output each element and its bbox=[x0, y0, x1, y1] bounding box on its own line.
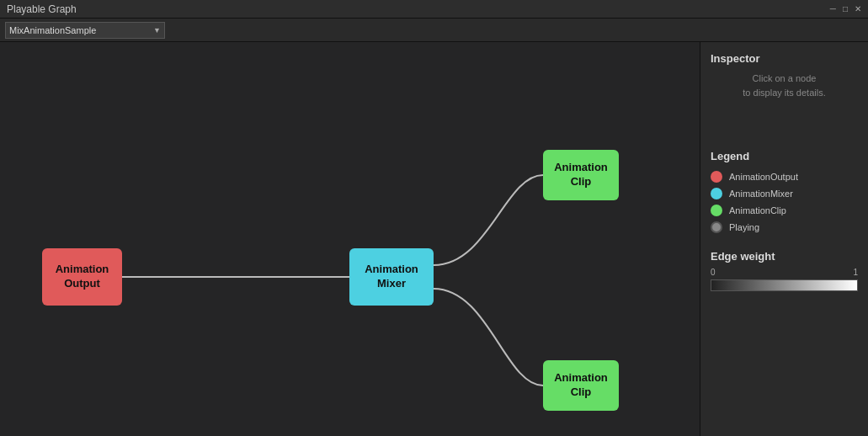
dropdown-value: MixAnimationSample bbox=[9, 25, 96, 35]
legend-title: Legend bbox=[711, 150, 858, 162]
maximize-button[interactable]: □ bbox=[843, 4, 848, 13]
legend-item-playing: Playing bbox=[711, 221, 858, 233]
legend-label-output: AnimationOutput bbox=[729, 172, 798, 182]
graph-canvas: AnimationOutput AnimationMixer Animation… bbox=[0, 42, 700, 436]
graph-selector-dropdown[interactable]: MixAnimationSample ▼ bbox=[5, 22, 165, 39]
edge-weight-section: Edge weight 0 1 bbox=[711, 250, 858, 291]
title-bar: Playable Graph ─ □ ✕ bbox=[0, 0, 868, 19]
legend-dot-clip bbox=[711, 205, 722, 216]
legend-label-mixer: AnimationMixer bbox=[729, 189, 793, 199]
app-title: Playable Graph bbox=[7, 3, 77, 15]
minimize-button[interactable]: ─ bbox=[830, 4, 836, 13]
edge-weight-min: 0 bbox=[711, 268, 716, 277]
edge-weight-title: Edge weight bbox=[711, 250, 858, 263]
inspector-hint-line2: to display its details. bbox=[743, 88, 825, 98]
animation-clip-bottom-node[interactable]: AnimationClip bbox=[543, 360, 619, 411]
inspector-hint-line1: Click on a node bbox=[753, 73, 817, 83]
animation-clip-top-label: AnimationClip bbox=[554, 161, 608, 189]
legend-label-clip: AnimationClip bbox=[729, 205, 786, 215]
legend-item-mixer: AnimationMixer bbox=[711, 188, 858, 199]
animation-clip-top-node[interactable]: AnimationClip bbox=[543, 150, 619, 200]
animation-mixer-node[interactable]: AnimationMixer bbox=[349, 248, 434, 306]
inspector-panel: Inspector Click on a node to display its… bbox=[700, 42, 868, 436]
toolbar: MixAnimationSample ▼ bbox=[0, 19, 868, 42]
animation-clip-bottom-label: AnimationClip bbox=[554, 371, 608, 400]
legend-item-output: AnimationOutput bbox=[711, 171, 858, 183]
close-button[interactable]: ✕ bbox=[855, 4, 861, 13]
legend-dot-playing bbox=[711, 221, 722, 233]
animation-output-node[interactable]: AnimationOutput bbox=[42, 248, 122, 306]
legend-dot-mixer bbox=[711, 188, 722, 199]
legend-section: Legend AnimationOutput AnimationMixer An… bbox=[711, 150, 858, 233]
inspector-hint: Click on a node to display its details. bbox=[711, 72, 858, 99]
animation-output-label: AnimationOutput bbox=[56, 263, 109, 291]
edge-weight-labels: 0 1 bbox=[711, 268, 858, 277]
chevron-down-icon: ▼ bbox=[153, 26, 161, 35]
legend-item-clip: AnimationClip bbox=[711, 205, 858, 216]
edge-weight-gradient-bar bbox=[711, 279, 858, 291]
legend-label-playing: Playing bbox=[729, 222, 759, 232]
legend-dot-output bbox=[711, 171, 722, 183]
edge-weight-max: 1 bbox=[853, 268, 858, 277]
animation-mixer-label: AnimationMixer bbox=[365, 263, 418, 291]
inspector-title: Inspector bbox=[711, 52, 858, 65]
